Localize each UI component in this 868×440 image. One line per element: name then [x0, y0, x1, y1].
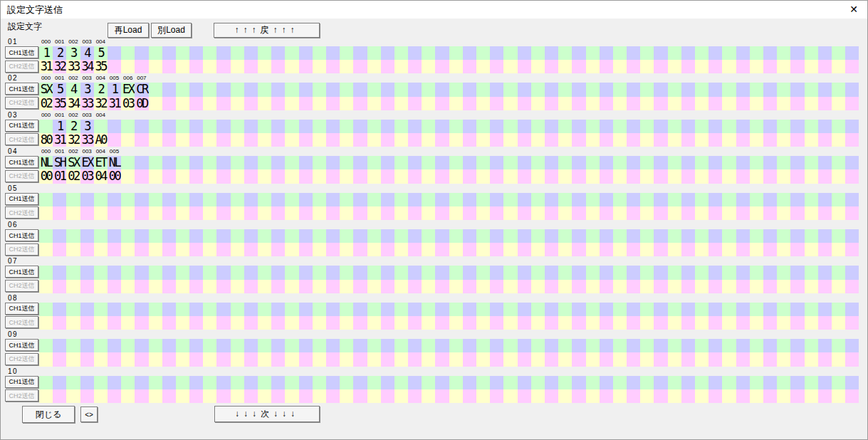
hex-cell[interactable]: 00 — [108, 169, 121, 183]
char-cell[interactable] — [490, 120, 503, 133]
hex-cell[interactable] — [545, 169, 558, 183]
hex-cell[interactable] — [654, 352, 667, 366]
hex-cell[interactable] — [722, 389, 736, 403]
char-cell[interactable] — [654, 120, 667, 133]
char-cell[interactable] — [53, 303, 66, 316]
hex-cell[interactable] — [805, 316, 818, 330]
hex-cell[interactable] — [531, 243, 545, 256]
hex-cell[interactable] — [189, 133, 203, 147]
hex-cell[interactable] — [313, 60, 326, 73]
hex-cell[interactable] — [285, 169, 298, 183]
char-cell[interactable] — [449, 339, 463, 352]
hex-cell[interactable] — [708, 206, 722, 220]
char-cell[interactable] — [503, 303, 517, 316]
hex-cell[interactable] — [381, 280, 394, 293]
hex-cell[interactable] — [162, 352, 176, 366]
char-cell[interactable] — [668, 229, 681, 243]
hex-cell[interactable] — [490, 133, 503, 147]
hex-cell[interactable] — [121, 280, 135, 293]
hex-cell[interactable] — [463, 97, 476, 110]
char-cell[interactable] — [790, 83, 804, 96]
char-cell[interactable] — [613, 46, 627, 60]
hex-cell[interactable] — [121, 352, 135, 366]
hex-cell[interactable] — [203, 280, 216, 293]
hex-cell[interactable] — [790, 280, 804, 293]
char-cell[interactable] — [326, 120, 340, 133]
hex-cell[interactable] — [285, 206, 298, 220]
hex-cell[interactable] — [313, 243, 326, 256]
char-cell[interactable] — [313, 376, 326, 389]
hex-cell[interactable] — [271, 133, 285, 147]
hex-cell[interactable] — [613, 97, 627, 110]
hex-cell[interactable] — [189, 316, 203, 330]
char-cell[interactable] — [736, 339, 750, 352]
char-cell[interactable] — [640, 83, 654, 96]
char-cell[interactable] — [285, 120, 298, 133]
ch2-send-button[interactable]: CH2送信 — [5, 243, 38, 256]
hex-cell[interactable] — [627, 280, 640, 293]
hex-cell[interactable] — [313, 97, 326, 110]
char-cell[interactable] — [586, 376, 600, 389]
char-cell[interactable] — [353, 229, 367, 243]
char-cell[interactable] — [80, 339, 94, 352]
char-cell[interactable] — [121, 339, 135, 352]
ch2-send-button[interactable]: CH2送信 — [5, 389, 38, 402]
char-cell[interactable] — [66, 303, 80, 316]
char-cell[interactable] — [490, 376, 503, 389]
char-cell[interactable] — [722, 339, 736, 352]
char-cell[interactable] — [271, 303, 285, 316]
hex-cell[interactable] — [681, 97, 695, 110]
char-cell[interactable] — [600, 193, 613, 206]
char-cell[interactable] — [94, 303, 108, 316]
hex-cell[interactable] — [422, 60, 435, 73]
char-cell[interactable]: NL — [39, 156, 53, 169]
hex-cell[interactable]: 33 — [66, 60, 80, 73]
char-cell[interactable] — [244, 83, 258, 96]
hex-cell[interactable] — [381, 352, 394, 366]
hex-cell[interactable] — [681, 206, 695, 220]
char-cell[interactable] — [353, 376, 367, 389]
char-cell[interactable] — [258, 193, 271, 206]
char-cell[interactable] — [299, 156, 313, 169]
char-cell[interactable]: 5 — [53, 83, 66, 96]
hex-cell[interactable] — [121, 206, 135, 220]
char-cell[interactable] — [681, 339, 695, 352]
char-cell[interactable] — [708, 339, 722, 352]
hex-cell[interactable] — [435, 243, 449, 256]
char-cell[interactable] — [203, 303, 216, 316]
hex-cell[interactable] — [108, 243, 121, 256]
hex-cell[interactable] — [203, 316, 216, 330]
char-cell[interactable] — [695, 83, 708, 96]
char-cell[interactable] — [545, 303, 558, 316]
hex-cell[interactable] — [463, 316, 476, 330]
hex-cell[interactable] — [135, 243, 148, 256]
hex-cell[interactable] — [244, 206, 258, 220]
char-cell[interactable] — [613, 339, 627, 352]
hex-cell[interactable] — [244, 133, 258, 147]
hex-cell[interactable] — [394, 280, 408, 293]
hex-cell[interactable] — [53, 389, 66, 403]
char-cell[interactable] — [558, 376, 572, 389]
hex-cell[interactable] — [244, 243, 258, 256]
hex-cell[interactable] — [750, 133, 763, 147]
hex-cell[interactable] — [203, 133, 216, 147]
hex-cell[interactable] — [299, 133, 313, 147]
char-cell[interactable] — [503, 46, 517, 60]
char-cell[interactable] — [545, 83, 558, 96]
hex-cell[interactable] — [285, 316, 298, 330]
hex-cell[interactable] — [367, 60, 381, 73]
char-cell[interactable] — [244, 46, 258, 60]
char-cell[interactable] — [39, 339, 53, 352]
char-cell[interactable] — [763, 266, 777, 279]
char-cell[interactable] — [640, 376, 654, 389]
hex-cell[interactable] — [353, 133, 367, 147]
hex-cell[interactable] — [176, 389, 189, 403]
hex-cell[interactable] — [790, 316, 804, 330]
char-cell[interactable] — [531, 303, 545, 316]
hex-cell[interactable] — [503, 243, 517, 256]
hex-cell[interactable] — [449, 206, 463, 220]
char-cell[interactable] — [518, 229, 531, 243]
hex-cell[interactable] — [94, 280, 108, 293]
char-cell[interactable] — [408, 229, 422, 243]
char-cell[interactable] — [736, 266, 750, 279]
